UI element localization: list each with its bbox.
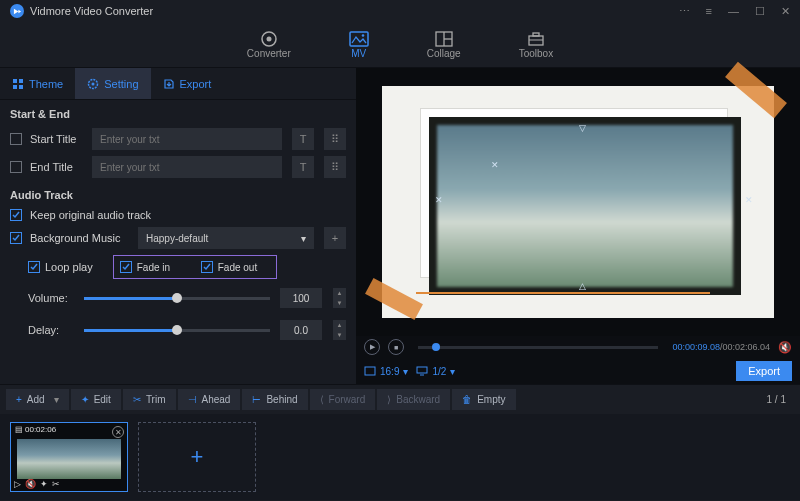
ahead-button[interactable]: ⊣Ahead — [178, 389, 241, 410]
minimize-icon[interactable]: — — [728, 5, 739, 18]
menu-icon[interactable]: ≡ — [706, 5, 712, 18]
window-controls: ⋯ ≡ — ☐ ✕ — [679, 5, 790, 18]
wand-icon: ✦ — [81, 394, 89, 405]
bgm-select[interactable]: Happy-default ▾ — [138, 227, 314, 249]
tape-decoration-icon — [365, 278, 423, 320]
chevron-down-icon: ▾ — [450, 366, 455, 377]
delay-up[interactable]: ▲ — [333, 320, 346, 330]
forward-icon: ⟨ — [320, 394, 324, 405]
delay-label: Delay: — [28, 324, 74, 336]
aspect-dropdown[interactable]: 16:9 ▾ — [364, 366, 408, 377]
empty-button[interactable]: 🗑Empty — [452, 389, 515, 410]
left-panel: Theme Setting Export Start & End Start T… — [0, 68, 356, 384]
nav-collage[interactable]: Collage — [427, 30, 461, 59]
handle-mid-icon[interactable]: ✕ — [491, 160, 499, 170]
plus-icon: + — [16, 394, 22, 405]
nav-converter[interactable]: Converter — [247, 30, 291, 59]
tape-decoration-icon — [725, 62, 787, 118]
keep-audio-checkbox[interactable] — [10, 209, 22, 221]
trim-button[interactable]: ✂Trim — [123, 389, 176, 410]
clip-thumbnail[interactable]: ▤ 00:02:06 ✕ ▷ 🔇 ✦ ✂ — [10, 422, 128, 492]
tab-export[interactable]: Export — [151, 68, 224, 99]
clip-strip: ▤ 00:02:06 ✕ ▷ 🔇 ✦ ✂ + — [0, 414, 800, 500]
handle-left-icon[interactable]: ✕ — [435, 195, 443, 205]
clip-edit-icon[interactable]: ✦ — [40, 479, 48, 489]
fadeout-checkbox[interactable] — [201, 261, 213, 273]
add-clip-button[interactable]: + — [138, 422, 256, 492]
clip-toolbar: +Add▾ ✦Edit ✂Trim ⊣Ahead ⊢Behind ⟨Forwar… — [0, 384, 800, 414]
add-button[interactable]: +Add▾ — [6, 389, 69, 410]
forward-button[interactable]: ⟨Forward — [310, 389, 376, 410]
handle-top-icon[interactable]: ▽ — [579, 123, 586, 133]
play-button[interactable]: ▶ — [364, 339, 380, 355]
svg-point-3 — [361, 34, 364, 37]
player-bar: ▶ ■ 00:00:09.08/00:02:06.04 🔇 — [356, 336, 800, 358]
end-title-font-button[interactable]: T — [292, 156, 314, 178]
svg-rect-8 — [533, 33, 539, 36]
tab-setting[interactable]: Setting — [75, 68, 150, 99]
end-title-input[interactable] — [92, 156, 282, 178]
end-title-checkbox[interactable] — [10, 161, 22, 173]
clip-remove-button[interactable]: ✕ — [112, 426, 124, 438]
delay-slider[interactable] — [84, 329, 270, 332]
volume-down[interactable]: ▼ — [333, 298, 346, 308]
close-icon[interactable]: ✕ — [781, 5, 790, 18]
nav-mv[interactable]: MV — [349, 30, 369, 59]
volume-slider[interactable] — [84, 297, 270, 300]
start-title-edit-button[interactable]: ⠿ — [324, 128, 346, 150]
main-nav: Converter MV Collage Toolbox — [0, 22, 800, 68]
handle-bottom-icon[interactable]: △ — [579, 281, 586, 291]
volume-icon[interactable]: 🔇 — [778, 341, 792, 354]
bgm-checkbox[interactable] — [10, 232, 22, 244]
tab-theme-label: Theme — [29, 78, 63, 90]
svg-rect-12 — [13, 85, 17, 89]
end-title-edit-button[interactable]: ⠿ — [324, 156, 346, 178]
nav-toolbox[interactable]: Toolbox — [519, 30, 553, 59]
svg-rect-17 — [417, 367, 427, 373]
behind-button[interactable]: ⊢Behind — [242, 389, 307, 410]
preview-controls: 16:9 ▾ 1/2 ▾ Export — [356, 358, 800, 384]
edit-button[interactable]: ✦Edit — [71, 389, 121, 410]
bgm-add-button[interactable]: + — [324, 227, 346, 249]
toolbox-icon — [526, 30, 546, 48]
backward-button[interactable]: ⟩Backward — [377, 389, 450, 410]
export-button[interactable]: Export — [736, 361, 792, 381]
end-title-label: End Title — [30, 161, 84, 173]
handle-right-icon[interactable]: ✕ — [745, 195, 753, 205]
title-bar: Vidmore Video Converter ⋯ ≡ — ☐ ✕ — [0, 0, 800, 22]
scissors-icon: ✂ — [133, 394, 141, 405]
loop-checkbox[interactable] — [28, 261, 40, 273]
clip-trim-icon[interactable]: ✂ — [52, 479, 60, 489]
svg-rect-11 — [19, 79, 23, 83]
svg-rect-10 — [13, 79, 17, 83]
delay-down[interactable]: ▼ — [333, 330, 346, 340]
preview-area[interactable]: ▽ ✕ ✕ △ ✕ — [356, 68, 800, 336]
start-title-checkbox[interactable] — [10, 133, 22, 145]
clip-mute-icon[interactable]: 🔇 — [25, 479, 36, 489]
fadeout-label: Fade out — [218, 262, 257, 273]
feedback-icon[interactable]: ⋯ — [679, 5, 690, 18]
nav-converter-label: Converter — [247, 48, 291, 59]
volume-value[interactable]: 100 — [280, 288, 322, 308]
tab-theme[interactable]: Theme — [0, 68, 75, 99]
timeline-slider[interactable] — [418, 346, 658, 349]
start-title-font-button[interactable]: T — [292, 128, 314, 150]
delay-value[interactable]: 0.0 — [280, 320, 322, 340]
start-title-label: Start Title — [30, 133, 84, 145]
panel-tabs: Theme Setting Export — [0, 68, 356, 100]
volume-up[interactable]: ▲ — [333, 288, 346, 298]
screen-dropdown[interactable]: 1/2 ▾ — [416, 366, 455, 377]
fadein-checkbox[interactable] — [120, 261, 132, 273]
clip-play-icon[interactable]: ▷ — [14, 479, 21, 489]
time-current: 00:00:09.08 — [672, 342, 720, 352]
maximize-icon[interactable]: ☐ — [755, 5, 765, 18]
time-display: 00:00:09.08/00:02:06.04 — [672, 342, 770, 352]
gear-icon — [87, 78, 99, 90]
stop-button[interactable]: ■ — [388, 339, 404, 355]
start-end-heading: Start & End — [0, 100, 356, 125]
start-title-input[interactable] — [92, 128, 282, 150]
filmstrip-icon: ▤ — [15, 425, 23, 434]
fade-group: Fade in Fade out — [113, 255, 277, 279]
svg-point-1 — [266, 37, 271, 42]
mv-icon — [349, 30, 369, 48]
